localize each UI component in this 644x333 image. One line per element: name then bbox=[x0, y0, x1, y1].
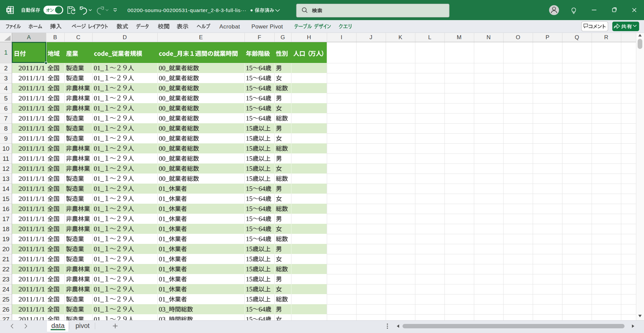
svg-text:5: 5 bbox=[4, 95, 8, 102]
svg-text:18: 18 bbox=[2, 225, 9, 232]
svg-text:4: 4 bbox=[4, 85, 8, 92]
svg-text:H: H bbox=[307, 34, 311, 41]
svg-text:22: 22 bbox=[2, 266, 9, 273]
svg-text:Acrobat: Acrobat bbox=[219, 23, 240, 30]
svg-text:13: 13 bbox=[2, 175, 9, 182]
svg-text:Power Pivot: Power Pivot bbox=[252, 23, 283, 30]
svg-text:O: O bbox=[516, 34, 520, 41]
svg-text:15: 15 bbox=[2, 195, 9, 202]
svg-text:data: data bbox=[51, 322, 65, 329]
svg-text:E: E bbox=[199, 34, 203, 41]
svg-text:26: 26 bbox=[2, 306, 9, 313]
svg-text:25: 25 bbox=[2, 296, 9, 303]
svg-text:P: P bbox=[545, 34, 549, 41]
svg-text:F: F bbox=[258, 34, 261, 41]
svg-text:B: B bbox=[53, 34, 57, 41]
svg-text:8: 8 bbox=[4, 125, 8, 132]
svg-text:3: 3 bbox=[4, 75, 8, 82]
svg-text:17: 17 bbox=[2, 215, 9, 222]
svg-text:21: 21 bbox=[2, 256, 9, 263]
svg-text:L: L bbox=[428, 34, 431, 41]
svg-text:I: I bbox=[341, 34, 342, 41]
svg-text:23: 23 bbox=[2, 276, 9, 283]
svg-text:R: R bbox=[604, 34, 608, 41]
svg-text:A: A bbox=[27, 34, 31, 41]
svg-text:D: D bbox=[123, 34, 127, 41]
svg-text:C: C bbox=[76, 34, 80, 41]
svg-text:2: 2 bbox=[4, 65, 8, 72]
svg-text:16: 16 bbox=[2, 205, 9, 212]
svg-text:N: N bbox=[487, 34, 491, 41]
svg-text:6: 6 bbox=[4, 105, 8, 112]
svg-text:12: 12 bbox=[2, 165, 9, 172]
svg-text:00200-soumu-00200531-quarter_2: 00200-soumu-00200531-quarter_2-8-3-full-… bbox=[127, 7, 246, 13]
svg-text:14: 14 bbox=[2, 185, 10, 192]
svg-text:pivot: pivot bbox=[75, 322, 90, 329]
svg-text:20: 20 bbox=[2, 246, 9, 253]
svg-text:7: 7 bbox=[4, 115, 8, 122]
svg-text:Q: Q bbox=[575, 34, 579, 41]
svg-text:24: 24 bbox=[2, 286, 10, 293]
svg-text:19: 19 bbox=[2, 236, 9, 243]
svg-text:9: 9 bbox=[4, 135, 8, 142]
svg-text:11: 11 bbox=[3, 155, 9, 162]
svg-text:10: 10 bbox=[2, 145, 9, 152]
svg-text:1: 1 bbox=[4, 49, 8, 56]
svg-text:K: K bbox=[398, 34, 402, 41]
svg-text:M: M bbox=[457, 34, 462, 41]
svg-text:G: G bbox=[280, 34, 285, 41]
svg-text:J: J bbox=[370, 34, 373, 41]
